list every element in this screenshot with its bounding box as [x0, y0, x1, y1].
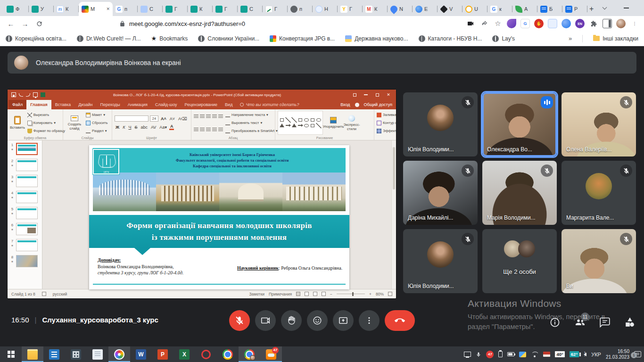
sorter-view-icon[interactable] — [305, 292, 309, 296]
reload-icon[interactable] — [32, 17, 46, 30]
shapes-gallery[interactable] — [278, 111, 323, 135]
tab-camera-indicator-icon[interactable] — [466, 19, 475, 28]
taskbar-app-ppt[interactable]: P — [152, 346, 173, 362]
browser-tab[interactable]: N — [388, 2, 413, 16]
align-text-button[interactable]: Выровнять текст ▾ — [225, 120, 278, 126]
columns-icon[interactable] — [218, 128, 223, 128]
browser-tab[interactable]: YГ — [338, 2, 363, 16]
ppt-restore-button[interactable] — [372, 90, 383, 99]
tray-temp-day[interactable]: 40° — [555, 351, 564, 357]
taskbar-app-opera[interactable] — [195, 346, 217, 362]
tray-cloud-badge[interactable]: 47 — [486, 351, 494, 358]
taskbar-app-chrome-profile[interactable] — [239, 346, 260, 362]
redo-icon[interactable] — [26, 93, 30, 97]
ppt-menu-tab[interactable]: Анимация — [124, 100, 151, 109]
active-tab[interactable]: M✕ — [79, 2, 113, 16]
bullets-icon[interactable] — [194, 115, 198, 115]
language-indicator[interactable]: русский — [53, 292, 67, 296]
slide-thumbnail[interactable]: 4★ — [10, 191, 41, 203]
case-button[interactable]: Аа▾ — [158, 125, 168, 130]
indent-decrease-icon[interactable] — [206, 115, 211, 115]
ppt-share-button[interactable]: Общий доступ — [364, 102, 392, 107]
ppt-close-button[interactable]: ✕ — [383, 90, 394, 99]
info-icon[interactable] — [549, 317, 561, 328]
participant-tile[interactable]: Марія Володими... — [482, 161, 557, 225]
maximize-button[interactable] — [637, 0, 644, 16]
sidebar-icon[interactable] — [603, 19, 612, 28]
ppt-sign-in[interactable]: Вход — [340, 102, 350, 107]
tray-language[interactable]: УКР — [591, 352, 601, 357]
tray-wifi-icon[interactable] — [531, 352, 538, 357]
bookmark-item[interactable]: Lay's — [492, 35, 515, 42]
browser-tab[interactable]: Gк — [487, 2, 512, 16]
ext-blocker-icon[interactable]: ✋ — [534, 19, 544, 28]
people-icon[interactable]: 11 — [574, 317, 586, 328]
line-spacing-icon[interactable] — [218, 115, 223, 115]
ppt-menu-tab[interactable]: Слайд-шоу — [151, 100, 181, 109]
browser-tab[interactable]: Г — [263, 2, 288, 16]
arrange-button[interactable]: Упорядочить — [325, 111, 341, 135]
browser-tab[interactable]: Б — [537, 2, 562, 16]
taskbar-app-notepad[interactable] — [87, 346, 108, 362]
underline-button[interactable]: Ч — [127, 125, 132, 130]
tray-network-icon[interactable] — [519, 352, 526, 357]
participant-tile[interactable]: Олена Валеріїв... — [561, 92, 636, 156]
browser-tab[interactable]: п — [288, 2, 313, 16]
browser-tab[interactable]: MК — [363, 2, 388, 16]
indent-increase-icon[interactable] — [212, 115, 217, 115]
slide-thumbnail[interactable]: 1★ — [10, 143, 41, 155]
bookmark-item[interactable]: Конвертация JPG в... — [270, 35, 335, 42]
spellcheck-icon[interactable] — [42, 292, 46, 296]
ext-dot-icon[interactable] — [561, 19, 571, 28]
tell-me-box[interactable]: Что вы хотите сделать? — [236, 102, 303, 107]
participant-tile[interactable]: Ще 2 особи — [482, 229, 557, 293]
bookmark-item[interactable]: Dr.Web CureIt! — Л... — [77, 35, 141, 42]
participant-tile[interactable]: Юлія Володими... — [403, 229, 478, 293]
raise-hand-button[interactable] — [281, 310, 302, 331]
paste-button[interactable]: Вставить — [10, 111, 25, 135]
browser-tab[interactable]: У — [29, 2, 54, 16]
canvas-scrollbar[interactable] — [391, 140, 396, 289]
browser-tab[interactable]: К — [188, 2, 213, 16]
ppt-menu-tab[interactable]: Главная — [26, 100, 51, 109]
tray-clock[interactable]: 16:5021.03.2023 — [606, 349, 629, 360]
browser-tab[interactable]: Н — [313, 2, 338, 16]
shape-effects-button[interactable]: Эффекты фигуры ▾ — [377, 128, 396, 134]
participant-tile[interactable]: Даріна Михайлі... — [403, 161, 478, 225]
shape-fill-button[interactable]: Заливка фигуры ▾ — [377, 112, 396, 118]
ppt-menu-tab[interactable]: Переходы — [96, 100, 124, 109]
shared-screen-tile[interactable]: Воінкова О., ЛОГ б-1-20-4.0д, курсова-пр… — [8, 90, 396, 298]
tray-weather-flag-icon[interactable] — [543, 352, 550, 357]
slideshow-icon[interactable] — [33, 92, 38, 97]
reactions-button[interactable] — [307, 310, 328, 331]
taskbar-app-excel[interactable]: X — [173, 346, 195, 362]
slide-thumbnail[interactable]: 8★ — [10, 255, 41, 267]
zoom-out-icon[interactable]: − — [330, 292, 332, 296]
strikethrough-button[interactable]: S — [133, 125, 138, 130]
zoom-level[interactable]: 80% — [376, 292, 384, 296]
browser-tab[interactable]: Р — [562, 2, 587, 16]
align-left-icon[interactable] — [194, 128, 198, 128]
slideshow-view-icon[interactable] — [322, 292, 326, 296]
slide-thumbnail[interactable]: 3★ — [10, 175, 41, 187]
font-name-box[interactable] — [115, 115, 149, 122]
tab-close-icon[interactable]: ✕ — [106, 7, 110, 11]
ppt-ribbon-options-icon[interactable] — [349, 90, 360, 99]
bookmark-item[interactable]: Словники України... — [198, 35, 259, 42]
ppt-menu-tab[interactable]: Рецензирование — [181, 100, 222, 109]
ppt-menu-tab[interactable]: Вставка — [51, 100, 74, 109]
browser-tab[interactable]: Gп — [113, 2, 138, 16]
browser-tab[interactable]: 21К — [54, 2, 79, 16]
shadow-button[interactable]: abc — [140, 125, 149, 130]
minimize-button[interactable] — [615, 0, 637, 16]
address-bar[interactable]: meet.google.com/xcx-esnz-jrd?authuser=0 — [119, 20, 245, 27]
tray-notifications-icon[interactable]: 1 — [634, 351, 641, 357]
other-bookmarks-button[interactable]: Інші закладки — [593, 35, 638, 42]
more-options-button[interactable] — [359, 310, 380, 331]
justify-icon[interactable] — [212, 128, 217, 128]
back-icon[interactable]: ← — [4, 17, 18, 30]
layout-button[interactable]: Макет ▾ — [86, 112, 107, 118]
reset-button[interactable]: Сбросить — [86, 120, 107, 126]
font-size-box[interactable]: 24 — [150, 115, 158, 122]
participant-tile[interactable]: Олександра Во... — [482, 92, 557, 156]
